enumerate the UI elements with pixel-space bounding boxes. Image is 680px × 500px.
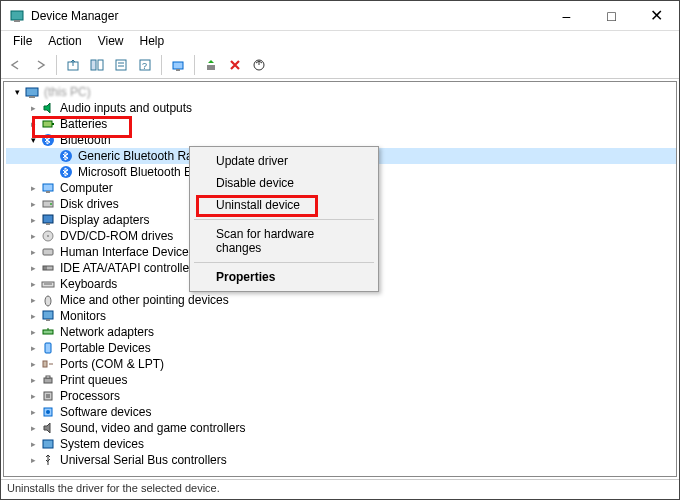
close-button[interactable]: ✕ bbox=[634, 1, 679, 30]
ctx-scan-hardware[interactable]: Scan for hardware changes bbox=[192, 223, 376, 259]
show-hide-console-button[interactable] bbox=[86, 54, 108, 76]
svg-point-20 bbox=[60, 166, 72, 178]
menu-action[interactable]: Action bbox=[40, 32, 89, 50]
svg-rect-26 bbox=[46, 223, 50, 225]
expand-arrow[interactable]: ▸ bbox=[26, 455, 40, 465]
bt-icon bbox=[58, 164, 74, 180]
soft-icon bbox=[40, 404, 56, 420]
minimize-button[interactable]: – bbox=[544, 1, 589, 30]
tree-category[interactable]: ▸Mice and other pointing devices bbox=[6, 292, 676, 308]
disk-icon bbox=[40, 196, 56, 212]
expand-arrow[interactable]: ▸ bbox=[26, 279, 40, 289]
svg-rect-3 bbox=[91, 60, 96, 70]
svg-rect-43 bbox=[44, 378, 52, 383]
tree-category[interactable]: ▸Software devices bbox=[6, 404, 676, 420]
svg-rect-40 bbox=[45, 343, 51, 353]
up-button[interactable] bbox=[62, 54, 84, 76]
tree-category[interactable]: ▸Print queues bbox=[6, 372, 676, 388]
uninstall-button[interactable] bbox=[224, 54, 246, 76]
sound-icon bbox=[40, 420, 56, 436]
tree-root[interactable]: ▾(this PC) bbox=[6, 84, 676, 100]
tree-item-label: Human Interface Devices bbox=[60, 245, 195, 259]
tree-item-label: Ports (COM & LPT) bbox=[60, 357, 164, 371]
ctx-properties[interactable]: Properties bbox=[192, 266, 376, 288]
expand-arrow[interactable]: ▸ bbox=[26, 375, 40, 385]
tree-category[interactable]: ▸Universal Serial Bus controllers bbox=[6, 452, 676, 468]
tree-item-label: Universal Serial Bus controllers bbox=[60, 453, 227, 467]
ports-icon bbox=[40, 356, 56, 372]
properties-button[interactable] bbox=[110, 54, 132, 76]
svg-rect-16 bbox=[43, 121, 52, 127]
menu-view[interactable]: View bbox=[90, 32, 132, 50]
tree-category[interactable]: ▸Monitors bbox=[6, 308, 676, 324]
expand-arrow[interactable]: ▸ bbox=[26, 263, 40, 273]
expand-arrow[interactable]: ▸ bbox=[26, 311, 40, 321]
forward-button[interactable] bbox=[29, 54, 51, 76]
menu-file[interactable]: File bbox=[5, 32, 40, 50]
tree-category[interactable]: ▸Network adapters bbox=[6, 324, 676, 340]
tree-item-label: Bluetooth bbox=[60, 133, 111, 147]
expand-arrow[interactable]: ▸ bbox=[26, 119, 40, 129]
svg-rect-10 bbox=[173, 62, 183, 69]
expand-arrow[interactable]: ▸ bbox=[26, 359, 40, 369]
battery-icon bbox=[40, 116, 56, 132]
ctx-sep-1 bbox=[194, 219, 374, 220]
svg-rect-14 bbox=[26, 88, 38, 96]
tree-item-label: Processors bbox=[60, 389, 120, 403]
expand-arrow[interactable]: ▸ bbox=[26, 103, 40, 113]
svg-rect-29 bbox=[43, 249, 53, 255]
svg-point-35 bbox=[45, 296, 51, 306]
pc-icon bbox=[24, 84, 40, 100]
expand-arrow[interactable]: ▸ bbox=[26, 439, 40, 449]
svg-rect-38 bbox=[43, 330, 53, 334]
expand-arrow[interactable]: ▸ bbox=[26, 183, 40, 193]
ctx-uninstall-device[interactable]: Uninstall device bbox=[192, 194, 376, 216]
ctx-update-driver[interactable]: Update driver bbox=[192, 150, 376, 172]
expand-arrow[interactable]: ▸ bbox=[26, 215, 40, 225]
tree-category[interactable]: ▸Sound, video and game controllers bbox=[6, 420, 676, 436]
svg-rect-12 bbox=[207, 65, 215, 70]
tree-item-label: Computer bbox=[60, 181, 113, 195]
expand-arrow[interactable]: ▸ bbox=[26, 199, 40, 209]
expand-arrow[interactable]: ▸ bbox=[26, 407, 40, 417]
scan-button[interactable] bbox=[167, 54, 189, 76]
tree-category[interactable]: ▸System devices bbox=[6, 436, 676, 452]
tree-item-label: Display adapters bbox=[60, 213, 149, 227]
svg-text:?: ? bbox=[142, 61, 147, 71]
enable-button[interactable] bbox=[200, 54, 222, 76]
svg-rect-22 bbox=[46, 191, 50, 193]
expand-arrow[interactable]: ▸ bbox=[26, 391, 40, 401]
update-driver-button[interactable] bbox=[248, 54, 270, 76]
titlebar: Device Manager – □ ✕ bbox=[1, 1, 679, 31]
help-button[interactable]: ? bbox=[134, 54, 156, 76]
svg-rect-36 bbox=[43, 311, 53, 319]
mouse-icon bbox=[40, 292, 56, 308]
collapse-arrow[interactable]: ▾ bbox=[10, 87, 24, 97]
menu-help[interactable]: Help bbox=[132, 32, 173, 50]
device-tree-panel[interactable]: ▾(this PC)▸Audio inputs and outputs▸Batt… bbox=[3, 81, 677, 477]
svg-rect-21 bbox=[43, 184, 53, 191]
expand-arrow[interactable]: ▸ bbox=[26, 295, 40, 305]
tree-category[interactable]: ▸Processors bbox=[6, 388, 676, 404]
svg-rect-0 bbox=[11, 11, 23, 20]
expand-arrow[interactable]: ▸ bbox=[26, 327, 40, 337]
tree-category[interactable]: ▸Batteries bbox=[6, 116, 676, 132]
expand-arrow[interactable]: ▸ bbox=[26, 231, 40, 241]
expand-arrow[interactable]: ▸ bbox=[26, 423, 40, 433]
svg-rect-44 bbox=[46, 376, 50, 378]
back-button[interactable] bbox=[5, 54, 27, 76]
usb-icon bbox=[40, 452, 56, 468]
ctx-disable-device[interactable]: Disable device bbox=[192, 172, 376, 194]
collapse-arrow[interactable]: ▾ bbox=[26, 135, 40, 145]
expand-arrow[interactable]: ▸ bbox=[26, 343, 40, 353]
toolbar: ? bbox=[1, 51, 679, 79]
svg-rect-5 bbox=[116, 60, 126, 70]
tree-category[interactable]: ▸Ports (COM & LPT) bbox=[6, 356, 676, 372]
tree-category[interactable]: ▸Portable Devices bbox=[6, 340, 676, 356]
window-title: Device Manager bbox=[31, 9, 544, 23]
maximize-button[interactable]: □ bbox=[589, 1, 634, 30]
ctx-sep-2 bbox=[194, 262, 374, 263]
tree-category[interactable]: ▸Audio inputs and outputs bbox=[6, 100, 676, 116]
expand-arrow[interactable]: ▸ bbox=[26, 247, 40, 257]
bt-icon bbox=[58, 148, 74, 164]
